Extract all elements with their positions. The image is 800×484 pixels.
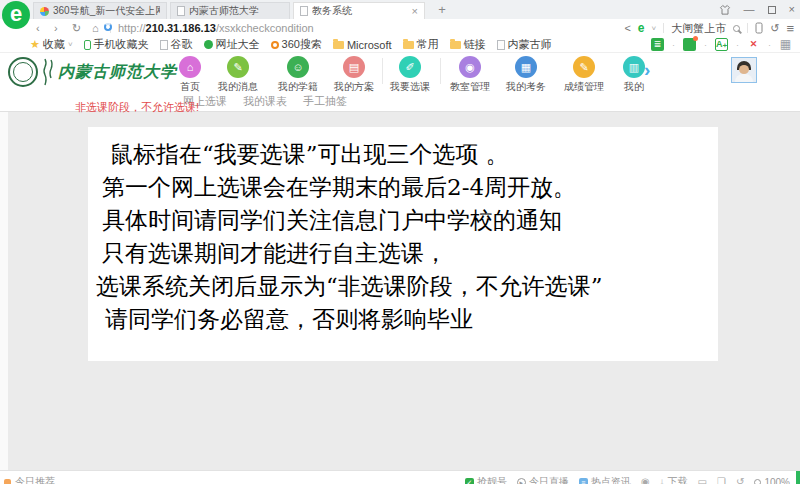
- nav-label: 我的方案: [332, 80, 376, 94]
- screenshot-extension-icon[interactable]: ✕: [747, 38, 760, 51]
- nav-home[interactable]: ⌂ 首页: [168, 56, 212, 94]
- statusbar-link-nice-number[interactable]: ✓ 抢靓号: [465, 475, 507, 484]
- exam-icon: ▦: [515, 56, 537, 78]
- nav-label: 我的考务: [504, 80, 548, 94]
- bookmark-nmgnu[interactable]: 内蒙古师: [497, 37, 552, 52]
- zoom-magnifier-icon: [754, 479, 761, 484]
- nav-label: 我的: [622, 80, 646, 94]
- search-icon[interactable]: [733, 25, 740, 32]
- mobile-phone-icon[interactable]: [755, 22, 763, 34]
- grab-number-icon: ✓: [465, 478, 474, 484]
- folder-icon: [450, 41, 461, 49]
- forward-icon[interactable]: ›: [54, 21, 58, 35]
- bookmark-folder-microsoft[interactable]: Microsoft: [333, 39, 392, 51]
- new-tab-button[interactable]: +: [433, 3, 451, 17]
- sidebar-toggle-icon[interactable]: ↺: [736, 477, 744, 484]
- browser-mini-logo-icon[interactable]: e: [638, 21, 645, 35]
- nav-my-plan[interactable]: ▤ 我的方案: [332, 56, 376, 94]
- folder-icon: [333, 41, 344, 49]
- nav-label: 我的学籍: [276, 80, 320, 94]
- nav-my-messages[interactable]: ✎ 我的消息: [216, 56, 260, 94]
- home-icon[interactable]: ⌂: [92, 21, 99, 35]
- url-field[interactable]: http://210.31.186.13/xsxkcheckcondition: [118, 22, 314, 34]
- url-host: 210.31.186.13: [146, 22, 216, 34]
- bookmark-google[interactable]: 谷歌: [160, 37, 193, 52]
- apps-grid-icon[interactable]: ▦: [779, 38, 792, 51]
- tab-university-site[interactable]: 内蒙古师范大学: [170, 2, 290, 19]
- bookmark-site-directory[interactable]: 网址大全: [204, 37, 260, 52]
- translate-extension-icon[interactable]: ≣: [651, 38, 664, 51]
- left-gutter: [0, 112, 8, 470]
- chevron-down-icon: ˅: [68, 40, 73, 49]
- statusbar-label: 抢靓号: [477, 475, 507, 484]
- notice-line: 选课系统关闭后显示为“非选课阶段，不允许选课”: [88, 270, 718, 303]
- live-play-icon: ▸: [517, 478, 526, 484]
- refresh-icon[interactable]: ↻: [72, 21, 81, 35]
- bookmark-label: 手机收藏夹: [94, 37, 149, 52]
- university-seal-logo: [8, 57, 38, 87]
- bookmark-label: 网址大全: [216, 37, 260, 52]
- tab-jiaowu-system[interactable]: 教务系统 ×: [293, 2, 425, 19]
- download-icon: ↓: [660, 477, 665, 484]
- bookmarks-bar: ★ 收藏 ˅ 手机收藏夹 谷歌 网址大全 360搜索 Microsoft 常用: [0, 37, 800, 53]
- today-recommendation[interactable]: 今日推荐: [4, 475, 55, 484]
- bookmark-label: 360搜索: [282, 37, 322, 52]
- page-content: 鼠标指在“我要选课”可出现三个选项 。 第一个网上选课会在学期末的最后2-4周开…: [0, 112, 800, 470]
- speed-ball-sliver[interactable]: [796, 471, 800, 484]
- nav-more-partial[interactable]: ▥ 我的: [622, 56, 646, 94]
- chevron-down-icon[interactable]: ˅: [652, 24, 657, 33]
- user-avatar[interactable]: [731, 57, 757, 83]
- minimize-button[interactable]: —: [744, 4, 755, 15]
- menu-hamburger-icon[interactable]: ≡: [786, 21, 794, 36]
- statusbar-link-news[interactable]: ≡ 热点资讯: [579, 475, 631, 484]
- download-manager[interactable]: ↓ 下载: [660, 475, 688, 484]
- statusbar-label: 热点资讯: [591, 475, 631, 484]
- nav-grade-management[interactable]: ✎ 成绩管理: [562, 56, 606, 94]
- statusbar-link-live[interactable]: ▸ 今日直播: [517, 475, 569, 484]
- ring-icon: [271, 41, 279, 49]
- game-center-icon[interactable]: ◉: [641, 477, 650, 484]
- submenu-my-timetable[interactable]: 我的课表: [243, 94, 287, 109]
- carousel-next-icon[interactable]: ›: [644, 59, 650, 81]
- mongolian-script: [42, 58, 55, 86]
- monitor-icon[interactable]: ▭: [698, 477, 707, 484]
- font-size-extension-icon[interactable]: A₊: [715, 38, 728, 51]
- divider: [382, 58, 383, 84]
- tab-title: 内蒙古师范大学: [189, 4, 283, 18]
- tab-360-navigation[interactable]: 360导航_新一代安全上网导航: [33, 2, 167, 19]
- bookmark-label: 收藏: [43, 37, 65, 52]
- star-icon: ★: [30, 38, 40, 51]
- university-name: 内蒙古师范大学: [58, 62, 177, 83]
- maximize-button[interactable]: [768, 6, 776, 14]
- bookmark-phone-favorites[interactable]: 手机收藏夹: [84, 37, 149, 52]
- notice-line: 第一个网上选课会在学期末的最后2-4周开放。: [88, 171, 718, 204]
- bookmark-360-search[interactable]: 360搜索: [271, 37, 322, 52]
- submenu-manual-draw[interactable]: 手工抽签: [303, 94, 347, 109]
- bookmark-favorites[interactable]: ★ 收藏 ˅: [30, 37, 73, 52]
- security-shield-icon[interactable]: [683, 38, 696, 51]
- nav-my-exams[interactable]: ▦ 我的考务: [504, 56, 548, 94]
- address-bar: ‹ › ↻ ⌂ http://210.31.186.13/xsxkcheckco…: [0, 19, 800, 38]
- notice-line: 具体时间请同学们关注信息门户中学校的通知: [88, 204, 718, 237]
- zoom-control[interactable]: 100%: [754, 477, 790, 484]
- nav-my-student-status[interactable]: ☺ 我的学籍: [276, 56, 320, 94]
- nav-classroom-management[interactable]: ◉ 教室管理: [448, 56, 492, 94]
- tab-title: 360导航_新一代安全上网导航: [53, 4, 160, 18]
- tab-close-icon[interactable]: ×: [412, 6, 418, 16]
- browser-logo-icon[interactable]: e: [2, 1, 30, 29]
- back-icon[interactable]: ‹: [36, 21, 40, 35]
- bookmark-folder-common[interactable]: 常用: [403, 37, 439, 52]
- bookmark-folder-links[interactable]: 链接: [450, 37, 486, 52]
- extension-icons: ≣ · · A₊ · ✕ · ▦: [651, 38, 800, 51]
- hot-search-input[interactable]: 大闸蟹上市: [671, 21, 726, 36]
- address-bar-right-cluster: < e ˅ 大闸蟹上市 ↺ ≡: [624, 19, 794, 37]
- nav-course-selection[interactable]: ✐ 我要选课: [388, 56, 432, 94]
- bookmark-label: 谷歌: [171, 37, 193, 52]
- site-loading-icon: [104, 23, 112, 31]
- page-favicon: [300, 6, 308, 16]
- close-window-button[interactable]: ×: [789, 4, 795, 15]
- theme-skin-icon[interactable]: [719, 4, 731, 16]
- share-icon[interactable]: <: [624, 22, 630, 34]
- skin-icon[interactable]: ❏: [717, 477, 726, 484]
- restore-tabs-icon[interactable]: ↺: [770, 22, 779, 35]
